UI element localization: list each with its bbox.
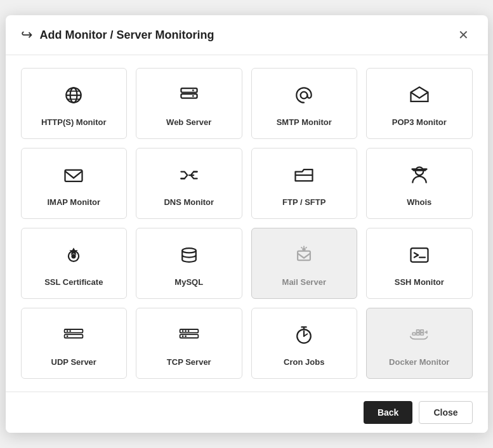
smtp-monitor-label: SMTP Monitor: [277, 117, 332, 127]
svg-line-23: [306, 247, 307, 248]
mysql-label: MySQL: [174, 277, 203, 287]
ssl-certificate-icon: [62, 244, 85, 270]
card-docker-monitor[interactable]: Docker Monitor: [366, 308, 473, 379]
card-whois[interactable]: Whois: [366, 148, 473, 219]
close-button[interactable]: Close: [419, 401, 472, 424]
modal-close-button[interactable]: ✕: [454, 27, 473, 43]
svg-rect-16: [423, 168, 427, 170]
svg-rect-5: [181, 88, 197, 92]
svg-rect-20: [298, 251, 310, 260]
card-mail-server[interactable]: Mail Server: [251, 228, 358, 299]
card-ssl-certificate[interactable]: SSL Certificate: [21, 228, 128, 299]
docker-monitor-label: Docker Monitor: [389, 357, 449, 367]
dns-monitor-icon: [178, 164, 200, 190]
card-mysql[interactable]: MySQL: [136, 228, 242, 299]
svg-point-38: [188, 330, 190, 332]
mail-server-icon: [293, 244, 315, 270]
imap-monitor-label: IMAP Monitor: [47, 197, 100, 207]
ssh-monitor-icon: [408, 244, 431, 270]
card-dns-monitor[interactable]: DNS Monitor: [136, 148, 242, 219]
svg-point-9: [301, 92, 308, 99]
card-pop3-monitor[interactable]: POP3 Monitor: [366, 68, 473, 139]
http-monitor-icon: [62, 84, 85, 110]
modal-footer: Back Close: [6, 392, 488, 433]
web-server-icon: [178, 84, 200, 110]
svg-point-36: [185, 335, 187, 337]
add-monitor-modal: ↪ Add Monitor / Server Monitoring ✕ HTTP…: [6, 15, 488, 433]
modal-body: HTTP(S) Monitor Web Server SMTP Monitor …: [6, 55, 488, 392]
back-button[interactable]: Back: [364, 401, 412, 424]
svg-point-35: [182, 335, 184, 337]
svg-rect-25: [411, 248, 428, 262]
udp-server-label: UDP Server: [51, 357, 96, 367]
tcp-server-label: TCP Server: [167, 357, 211, 367]
svg-point-13: [415, 167, 423, 175]
cron-jobs-label: Cron Jobs: [284, 357, 324, 367]
monitor-grid: HTTP(S) Monitor Web Server SMTP Monitor …: [21, 68, 473, 379]
svg-point-19: [182, 248, 196, 253]
http-monitor-label: HTTP(S) Monitor: [41, 117, 107, 127]
svg-point-30: [67, 335, 69, 337]
docker-monitor-icon: [408, 324, 431, 350]
svg-point-31: [70, 330, 72, 332]
svg-point-18: [72, 254, 76, 258]
card-smtp-monitor[interactable]: SMTP Monitor: [251, 68, 358, 139]
svg-point-7: [192, 89, 194, 91]
svg-rect-6: [181, 94, 197, 98]
svg-rect-15: [411, 168, 416, 170]
ftp-sftp-icon: [293, 164, 315, 190]
mail-server-label: Mail Server: [282, 277, 326, 287]
pop3-monitor-label: POP3 Monitor: [392, 117, 447, 127]
svg-rect-47: [416, 330, 419, 333]
mysql-icon: [178, 244, 200, 270]
svg-rect-10: [65, 170, 82, 181]
svg-point-21: [303, 247, 306, 251]
smtp-monitor-icon: [293, 84, 315, 110]
svg-point-37: [185, 330, 187, 332]
card-http-monitor[interactable]: HTTP(S) Monitor: [21, 68, 128, 139]
udp-server-icon: [62, 324, 85, 350]
whois-icon: [408, 164, 431, 190]
cron-jobs-icon: [293, 324, 315, 350]
pop3-monitor-icon: [408, 84, 431, 110]
card-udp-server[interactable]: UDP Server: [21, 308, 128, 379]
svg-point-29: [67, 330, 69, 332]
header-arrow-icon: ↪: [21, 27, 32, 43]
ssh-monitor-label: SSH Monitor: [395, 277, 444, 287]
card-cron-jobs[interactable]: Cron Jobs: [251, 308, 358, 379]
modal-title: Add Monitor / Server Monitoring: [40, 29, 214, 42]
card-web-server[interactable]: Web Server: [136, 68, 242, 139]
dns-monitor-label: DNS Monitor: [164, 197, 214, 207]
imap-monitor-icon: [62, 164, 85, 190]
whois-label: Whois: [407, 197, 431, 207]
card-tcp-server[interactable]: TCP Server: [136, 308, 242, 379]
header-left: ↪ Add Monitor / Server Monitoring: [21, 27, 214, 43]
svg-line-24: [301, 247, 303, 248]
svg-point-8: [192, 95, 194, 97]
tcp-server-icon: [178, 324, 200, 350]
modal-header: ↪ Add Monitor / Server Monitoring ✕: [6, 15, 488, 55]
card-ftp-sftp[interactable]: FTP / SFTP: [251, 148, 358, 219]
svg-point-34: [182, 330, 184, 332]
ftp-sftp-label: FTP / SFTP: [282, 197, 325, 207]
card-imap-monitor[interactable]: IMAP Monitor: [21, 148, 128, 219]
web-server-label: Web Server: [166, 117, 211, 127]
ssl-certificate-label: SSL Certificate: [44, 277, 103, 287]
card-ssh-monitor[interactable]: SSH Monitor: [366, 228, 473, 299]
